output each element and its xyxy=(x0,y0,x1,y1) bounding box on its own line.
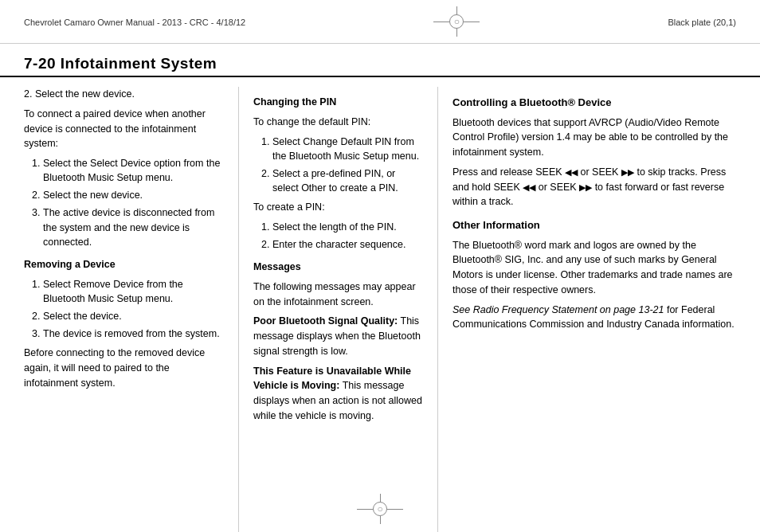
registration-mark: ○ xyxy=(433,6,480,37)
list-item: The active device is disconnected from t… xyxy=(43,205,224,248)
right-column: Controlling a Bluetooth® Device Bluetoot… xyxy=(438,87,736,532)
controlling-heading: Controlling a Bluetooth® Device xyxy=(452,95,736,111)
right-para2: Press and release SEEK ◀◀ or SEEK ▶▶ to … xyxy=(452,165,736,209)
messages-heading: Messages xyxy=(253,260,423,275)
right-para4: See Radio Frequency Statement on page 13… xyxy=(452,303,736,333)
middle-para3: The following messages may appear on the… xyxy=(253,280,423,310)
poor-signal: Poor Bluetooth Signal Quality: This mess… xyxy=(253,314,423,358)
left-column: 2. Select the new device. To connect a p… xyxy=(24,87,239,532)
left-intro: 2. Select the new device. xyxy=(24,87,224,102)
page-title: 7-20 Infotainment System xyxy=(24,55,736,72)
seek-intro: Press and release SEEK xyxy=(452,166,565,178)
or-seek: or SEEK xyxy=(578,166,621,178)
or-seek2: or SEEK xyxy=(535,182,579,193)
seek4-icon: ▶▶ xyxy=(579,182,592,192)
footer-crosshair: ○ xyxy=(357,494,403,524)
seek1-icon: ◀◀ xyxy=(565,167,578,177)
left-steps1: Select the Select Device option from the… xyxy=(43,156,224,249)
changing-pin-heading: Changing the PIN xyxy=(253,95,423,110)
list-item: Select a pre-defined PIN, or select Othe… xyxy=(272,166,423,195)
middle-steps1: Select Change Default PIN from the Bluet… xyxy=(272,135,423,196)
list-item: The device is removed from the system. xyxy=(43,327,224,341)
list-item: Select the device. xyxy=(43,309,224,323)
removing-heading: Removing a Device xyxy=(24,257,224,272)
footer-crosshair-icon: ○ xyxy=(373,502,387,516)
page-wrapper: Chevrolet Camaro Owner Manual - 2013 - C… xyxy=(0,0,760,532)
right-para3: The Bluetooth® word mark and logos are o… xyxy=(452,238,736,298)
middle-steps2: Select the length of the PIN. Enter the … xyxy=(272,220,423,252)
section-title: 7-20 Infotainment System xyxy=(0,44,760,77)
seek2-icon: ▶▶ xyxy=(621,167,634,177)
list-item: Select Change Default PIN from the Bluet… xyxy=(272,135,423,163)
page-header: Chevrolet Camaro Owner Manual - 2013 - C… xyxy=(0,0,760,44)
header-center: ○ xyxy=(433,6,480,38)
list-item: Select the new device. xyxy=(43,188,224,202)
list-item: Select Remove Device from the Bluetooth … xyxy=(43,277,224,306)
left-para1: To connect a paired device when another … xyxy=(24,107,224,151)
left-steps2: Select Remove Device from the Bluetooth … xyxy=(43,277,224,342)
other-info-heading: Other Information xyxy=(452,217,736,233)
header-right: Black plate (20,1) xyxy=(668,18,736,27)
middle-column: Changing the PIN To change the default P… xyxy=(239,87,438,532)
list-item: Select the Select Device option from the… xyxy=(43,156,224,185)
list-item: Enter the character sequence. xyxy=(272,237,423,252)
list-item: Select the length of the PIN. xyxy=(272,220,423,234)
left-para2: Before connecting to the removed device … xyxy=(24,346,224,390)
middle-para2: To create a PIN: xyxy=(253,200,423,215)
poor-signal-label: Poor Bluetooth Signal Quality: xyxy=(253,315,398,327)
page-footer: ○ xyxy=(357,494,403,526)
middle-para1: To change the default PIN: xyxy=(253,115,423,130)
header-left: Chevrolet Camaro Owner Manual - 2013 - C… xyxy=(24,18,245,27)
seek3-icon: ◀◀ xyxy=(523,182,535,192)
right-para1: Bluetooth devices that support AVRCP (Au… xyxy=(452,115,736,160)
right-para4-italic: See Radio Frequency Statement on page 13… xyxy=(452,304,664,315)
content-area: 2. Select the new device. To connect a p… xyxy=(0,87,760,532)
unavailable: This Feature is Unavailable While Vehicl… xyxy=(253,364,423,424)
crosshair-icon: ○ xyxy=(449,14,464,29)
